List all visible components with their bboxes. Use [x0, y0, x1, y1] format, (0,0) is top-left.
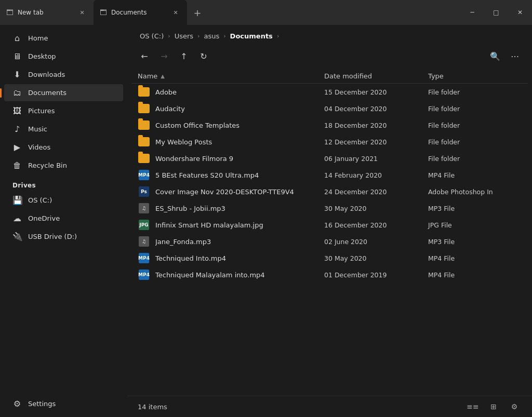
file-name: 5 BEst Features S20 Ultra.mp4	[155, 171, 259, 179]
breadcrumb-seg-users[interactable]: Users	[172, 31, 195, 41]
file-name: Audacity	[155, 105, 185, 113]
sidebar-item-videos[interactable]: ▶ Videos	[4, 139, 123, 156]
file-name-cell: MP4 Techniqued Into.mp4	[138, 252, 324, 264]
tab-documents[interactable]: 🗔 Documents ✕	[94, 0, 187, 25]
breadcrumb-seg-osc[interactable]: OS (C:)	[138, 31, 166, 41]
sidebar-item-home[interactable]: ⌂ Home	[4, 30, 123, 47]
status-bar: 14 items ≡≡ ⊞ ⚙	[127, 396, 532, 417]
table-row[interactable]: Custom Office Templates 18 December 2020…	[131, 117, 528, 133]
videos-icon: ▶	[12, 142, 22, 152]
file-name: Techniqued Into.mp4	[155, 254, 226, 262]
grid-view-button[interactable]: ⊞	[486, 399, 501, 414]
file-name-cell: Wondershare Filmora 9	[138, 153, 324, 164]
sidebar-label-settings: Settings	[28, 400, 56, 408]
file-date: 30 May 2020	[324, 205, 428, 212]
sidebar-label-osc: OS (C:)	[28, 196, 52, 204]
table-row[interactable]: My Weblog Posts 12 December 2020 File fo…	[131, 133, 528, 150]
file-name-cell: Audacity	[138, 103, 324, 114]
file-icon: ♫	[138, 203, 150, 214]
table-row[interactable]: Adobe 15 December 2020 File folder	[131, 84, 528, 100]
file-date: 02 June 2020	[324, 238, 428, 246]
forward-button[interactable]: →	[155, 47, 173, 65]
col-type-header[interactable]: Type	[428, 72, 522, 80]
new-tab-button[interactable]: +	[187, 7, 208, 18]
file-name-cell: Adobe	[138, 86, 324, 98]
more-options-button[interactable]: ⋯	[506, 47, 524, 65]
table-row[interactable]: ♫ Jane_Fonda.mp3 02 June 2020 MP3 File	[131, 233, 528, 250]
table-row[interactable]: Wondershare Filmora 9 06 January 2021 Fi…	[131, 150, 528, 167]
file-type: File folder	[428, 155, 522, 163]
back-button[interactable]: ←	[136, 47, 153, 65]
table-row[interactable]: Audacity 04 December 2020 File folder	[131, 100, 528, 117]
file-name-cell: MP4 5 BEst Features S20 Ultra.mp4	[138, 169, 324, 181]
tab-newtab-label: New tab	[18, 9, 73, 16]
tab-newtab-close[interactable]: ✕	[77, 7, 87, 18]
tab-documents-icon: 🗔	[100, 8, 107, 17]
folder-icon	[138, 154, 150, 163]
tab-documents-close[interactable]: ✕	[170, 7, 181, 18]
mp3-icon: ♫	[139, 236, 149, 247]
sidebar-item-osc[interactable]: 💾 OS (C:)	[4, 192, 123, 209]
view-options-button[interactable]: ⚙	[507, 399, 522, 414]
sidebar-label-downloads: Downloads	[28, 71, 65, 78]
sidebar-item-desktop[interactable]: 🖥 Desktop	[4, 48, 123, 65]
sidebar-item-documents[interactable]: 🗂 Documents	[4, 84, 123, 101]
table-row[interactable]: MP4 Techniqued Into.mp4 30 May 2020 MP4 …	[131, 250, 528, 266]
table-row[interactable]: MP4 Techniqued Malayalam into.mp4 01 Dec…	[131, 266, 528, 283]
file-type: MP4 File	[428, 254, 522, 262]
home-icon: ⌂	[12, 33, 22, 43]
file-type: MP3 File	[428, 238, 522, 246]
drives-section-header: Drives	[0, 174, 127, 191]
sort-icon: ▲	[161, 73, 165, 79]
sidebar-label-recycle: Recycle Bin	[28, 162, 67, 169]
file-icon: Ps	[138, 186, 150, 197]
file-type: MP4 File	[428, 171, 522, 179]
breadcrumb-sep-4: ›	[277, 33, 279, 39]
title-bar: 🗔 New tab ✕ 🗔 Documents ✕ + ─ □ ✕	[0, 0, 532, 25]
psd-icon: Ps	[139, 186, 149, 197]
file-name-cell: JPG Infinix Smart HD malayalam.jpg	[138, 219, 324, 231]
sidebar-item-usb[interactable]: 🔌 USB Drive (D:)	[4, 228, 123, 245]
maximize-button[interactable]: □	[484, 0, 508, 25]
table-row[interactable]: JPG Infinix Smart HD malayalam.jpg 16 De…	[131, 217, 528, 233]
table-row[interactable]: Ps Cover Image Nov 2020-DESKTOP-TTE9V4 2…	[131, 183, 528, 200]
tab-newtab-icon: 🗔	[6, 8, 14, 17]
sidebar-label-usb: USB Drive (D:)	[28, 233, 77, 240]
file-date: 14 February 2020	[324, 171, 428, 179]
file-type: Adobe Photoshop In	[428, 188, 522, 196]
col-date-header[interactable]: Date modified	[324, 72, 428, 80]
table-row[interactable]: ♫ ES_Shrub - Jobii.mp3 30 May 2020 MP3 F…	[131, 200, 528, 217]
file-type: JPG File	[428, 221, 522, 229]
sidebar-item-settings[interactable]: ⚙ Settings	[4, 395, 123, 412]
breadcrumb-seg-asus[interactable]: asus	[202, 31, 221, 41]
file-type: File folder	[428, 122, 522, 129]
breadcrumb-seg-documents[interactable]: Documents	[228, 31, 275, 41]
close-button[interactable]: ✕	[508, 0, 532, 25]
filter-view-button[interactable]: ≡≡	[466, 399, 480, 414]
file-date: 30 May 2020	[324, 254, 428, 262]
tab-newtab[interactable]: 🗔 New tab ✕	[0, 0, 94, 25]
downloads-icon: ⬇	[12, 70, 22, 79]
file-name-cell: Custom Office Templates	[138, 119, 324, 131]
sidebar-item-recycle[interactable]: 🗑 Recycle Bin	[4, 157, 123, 174]
file-name: Adobe	[155, 88, 177, 96]
documents-icon: 🗂	[12, 88, 22, 98]
table-row[interactable]: MP4 5 BEst Features S20 Ultra.mp4 14 Feb…	[131, 167, 528, 183]
refresh-button[interactable]: ↻	[195, 47, 212, 65]
sidebar-item-onedrive[interactable]: ☁ OneDrive	[4, 210, 123, 227]
col-name-header[interactable]: Name ▲	[138, 72, 324, 80]
onedrive-icon: ☁	[12, 213, 22, 223]
sidebar-label-pictures: Pictures	[28, 107, 55, 115]
file-type: File folder	[428, 105, 522, 113]
minimize-button[interactable]: ─	[460, 0, 484, 25]
sidebar-label-videos: Videos	[28, 143, 50, 151]
up-button[interactable]: ↑	[175, 47, 193, 65]
sidebar-item-downloads[interactable]: ⬇ Downloads	[4, 66, 123, 83]
sidebar-item-music[interactable]: ♪ Music	[4, 120, 123, 138]
sidebar-item-pictures[interactable]: 🖼 Pictures	[4, 102, 123, 119]
search-button[interactable]: 🔍	[486, 47, 504, 65]
file-icon: MP4	[138, 252, 150, 264]
usb-icon: 🔌	[12, 232, 22, 241]
sidebar-label-onedrive: OneDrive	[28, 214, 60, 222]
mp4-icon: MP4	[139, 170, 149, 180]
